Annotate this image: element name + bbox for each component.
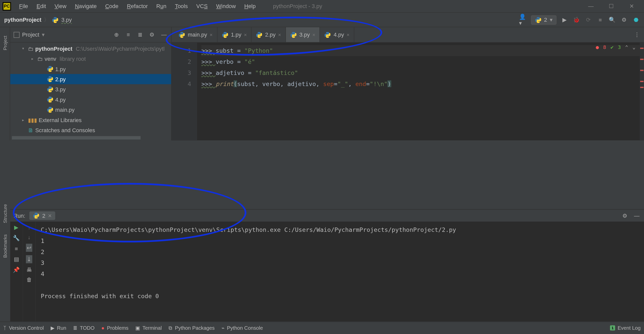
run-with-coverage-button[interactable]: ⟳: [585, 16, 592, 23]
pin-icon[interactable]: 📌: [13, 267, 20, 273]
status-run[interactable]: ▶Run: [51, 325, 66, 331]
search-icon[interactable]: 🔍: [608, 16, 616, 23]
hide-icon[interactable]: —: [633, 212, 640, 219]
tree-file[interactable]: 4.py: [10, 94, 171, 104]
error-stripe[interactable]: [640, 43, 644, 141]
tree-root[interactable]: ▾ 🗀 pythonProject C:\Users\Waio\PycharmP…: [10, 43, 171, 53]
python-file-icon: [178, 31, 185, 38]
trash-icon[interactable]: 🗑: [26, 276, 32, 283]
close-icon[interactable]: ✕: [48, 213, 52, 218]
editor-inspections-status[interactable]: ● 8 ✔ 3 ⌃ ⌄: [596, 44, 635, 50]
close-icon[interactable]: ×: [312, 32, 315, 38]
menu-vcs[interactable]: VCS: [192, 1, 211, 11]
down-arrow-icon[interactable]: ↓: [28, 234, 30, 240]
tree-scratches[interactable]: 🗎 Scratches and Consoles: [10, 125, 171, 135]
arrow-right-icon[interactable]: ▸: [31, 57, 36, 61]
editor-tab[interactable]: 2.py×: [251, 27, 286, 42]
rail-project[interactable]: Project: [2, 36, 7, 50]
menu-tools[interactable]: Tools: [171, 1, 192, 11]
window-close-button[interactable]: ✕: [625, 2, 638, 11]
rerun-button[interactable]: ▶: [14, 224, 18, 231]
close-icon[interactable]: ×: [278, 32, 281, 38]
status-event-log[interactable]: Event Log: [618, 325, 640, 331]
status-terminal[interactable]: ▣Terminal: [135, 325, 162, 331]
run-button[interactable]: ▶: [561, 16, 568, 23]
warning-icon: ✔: [610, 44, 614, 50]
tree-file[interactable]: 3.py: [10, 84, 171, 94]
menu-view[interactable]: View: [51, 1, 70, 11]
status-python-packages[interactable]: ⧉Python Packages: [169, 325, 215, 331]
editor-tab[interactable]: 1.py×: [217, 27, 251, 42]
menu-run[interactable]: Run: [152, 1, 170, 11]
run-tab[interactable]: 2 ✕: [29, 211, 55, 220]
error-count: 8: [603, 44, 606, 50]
settings-icon[interactable]: ⚙: [148, 31, 156, 38]
status-version-control[interactable]: ᛉVersion Control: [3, 325, 44, 331]
tabs-more-icon[interactable]: ⋮: [630, 27, 644, 42]
menu-navigate[interactable]: Navigate: [71, 1, 101, 11]
breadcrumb-root[interactable]: pythonProject: [4, 17, 41, 23]
hide-icon[interactable]: —: [160, 31, 168, 38]
close-icon[interactable]: ×: [210, 32, 213, 38]
tree-file[interactable]: 1.py: [10, 64, 171, 74]
status-todo[interactable]: ≣TODO: [73, 325, 94, 331]
tree-file[interactable]: 2.py: [10, 74, 171, 84]
stop-button[interactable]: ■: [15, 245, 18, 252]
expand-all-icon[interactable]: ≡: [124, 31, 132, 38]
editor-gutter[interactable]: 1234: [172, 43, 197, 141]
menu-file[interactable]: File: [15, 1, 32, 11]
close-icon[interactable]: ×: [347, 32, 350, 38]
python-icon: ⌁: [221, 325, 224, 331]
menu-window[interactable]: Window: [212, 1, 240, 11]
scroll-to-end-icon[interactable]: ⤓: [26, 255, 32, 263]
shield-icon[interactable]: ⬣: [632, 16, 640, 23]
editor-tab[interactable]: 3.py×: [286, 27, 320, 42]
chevron-down-icon[interactable]: ▾: [42, 32, 45, 38]
up-arrow-icon[interactable]: ↑: [28, 224, 30, 231]
editor[interactable]: 1234 >>> subst = "Python">>> verbo = "é"…: [172, 43, 644, 141]
run-console-output[interactable]: C:\Users\Waio\PycharmProjects\pythonProj…: [36, 221, 644, 321]
user-icon[interactable]: 👤▾: [519, 16, 527, 23]
horizontal-scrollbar[interactable]: [12, 136, 141, 140]
debug-button[interactable]: 🐞: [573, 16, 580, 23]
tree-file[interactable]: main.py: [10, 105, 171, 115]
print-icon[interactable]: 🖶: [26, 267, 32, 273]
chevron-down-icon[interactable]: ⌄: [632, 44, 635, 50]
status-problems[interactable]: ●Problems: [101, 325, 128, 331]
window-maximize-button[interactable]: ☐: [605, 2, 618, 11]
breadcrumb-file[interactable]: 3.py: [61, 17, 72, 23]
editor-code[interactable]: >>> subst = "Python">>> verbo = "é">>> a…: [197, 43, 644, 141]
chevron-up-icon[interactable]: ⌃: [625, 44, 628, 50]
arrow-down-icon[interactable]: ▾: [22, 46, 26, 51]
python-file-icon: [47, 106, 53, 113]
status-python-console[interactable]: ⌁Python Console: [221, 325, 263, 331]
tree-venv[interactable]: ▸ 🗀 venv library root: [10, 53, 171, 64]
editor-area: main.py×1.py×2.py×3.py×4.py× ⋮ 1234 >>> …: [172, 27, 644, 140]
rail-bookmarks[interactable]: Bookmarks: [3, 234, 8, 258]
collapse-all-icon[interactable]: ≣: [136, 31, 144, 38]
arrow-right-icon[interactable]: ▸: [22, 118, 26, 122]
menu-refactor[interactable]: Refactor: [123, 1, 151, 11]
select-opened-file-icon[interactable]: ⊕: [113, 31, 120, 38]
menu-code[interactable]: Code: [101, 1, 122, 11]
settings-icon[interactable]: ⚙: [621, 212, 629, 219]
run-configuration-selector[interactable]: 2 ▾: [531, 15, 557, 24]
rail-structure[interactable]: Structure: [3, 204, 8, 223]
editor-tab[interactable]: 4.py×: [320, 27, 354, 42]
stop-button[interactable]: ■: [596, 16, 604, 23]
menu-help[interactable]: Help: [240, 1, 259, 11]
project-title[interactable]: Project: [22, 32, 39, 38]
project-tree[interactable]: ▾ 🗀 pythonProject C:\Users\Waio\PycharmP…: [10, 43, 171, 136]
project-view-icon: [14, 32, 20, 38]
tree-external-libraries[interactable]: ▸ ▮▮▮ External Libraries: [10, 115, 171, 125]
window-minimize-button[interactable]: —: [585, 2, 597, 11]
run-tool-window: Run: 2 ✕ ⚙ — ▶ 🔧 ■ ▤ 📌 ↑ ↓ ↩ ⤓ 🖶 🗑: [10, 209, 644, 322]
breadcrumb[interactable]: pythonProject 〉 3.py: [4, 16, 72, 23]
layout-icon[interactable]: ▤: [14, 256, 19, 262]
settings-icon[interactable]: ⚙: [620, 16, 628, 23]
soft-wrap-icon[interactable]: ↩: [26, 244, 32, 252]
editor-tab[interactable]: main.py×: [174, 27, 217, 42]
menu-edit[interactable]: Edit: [33, 1, 50, 11]
wrench-icon[interactable]: 🔧: [13, 235, 20, 241]
close-icon[interactable]: ×: [244, 32, 247, 38]
